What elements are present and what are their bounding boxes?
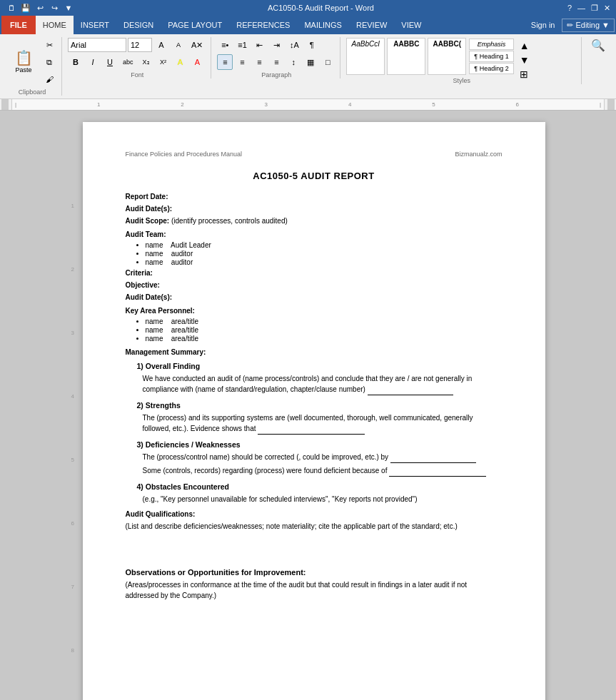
tab-design[interactable]: DESIGN [116, 16, 161, 34]
show-para-button[interactable]: ¶ [304, 37, 320, 53]
paragraph-group: ≡• ≡1 ⇤ ⇥ ↕A ¶ ≡ ≡ ≡ ≡ ↕ ▦ □ Paragraph [213, 37, 340, 78]
key-personnel-item-2: name area/title [146, 326, 503, 334]
increase-indent-button[interactable]: ⇥ [269, 37, 285, 53]
italic-button[interactable]: I [85, 54, 101, 70]
shading-button[interactable]: ▦ [303, 54, 318, 70]
report-date-label: Report Date: [126, 193, 168, 201]
close-button[interactable]: ✕ [604, 4, 610, 13]
criteria-field: Criteria: [126, 269, 503, 277]
font-label: Font [68, 70, 206, 78]
style-emphasis[interactable]: Emphasis [469, 39, 513, 50]
key-personnel-item-3: name area/title [146, 335, 503, 343]
subscript-button[interactable]: X₂ [138, 54, 154, 70]
superscript-button[interactable]: X² [156, 54, 171, 70]
clipboard-label: Clipboard [7, 87, 57, 96]
styles-row: AaBbCcI AABBC AABBC( Emphasis ¶ Heading … [346, 37, 532, 76]
key-personnel-list: name area/title name area/title name are… [146, 318, 503, 343]
clipboard-group: 📋 Paste ✂ ⧉ 🖌 Clipboard [3, 37, 62, 96]
line-spacing-button[interactable]: ↕ [286, 54, 301, 70]
highlight-button[interactable]: A [173, 54, 188, 70]
customize-icon[interactable]: ▼ [63, 2, 74, 14]
style-heading2[interactable]: AABBC( [428, 38, 466, 75]
style-h1[interactable]: ¶ Heading 1 [469, 51, 513, 62]
undo-icon[interactable]: ↩ [34, 2, 46, 14]
paste-label: Paste [15, 66, 31, 73]
border-button[interactable]: □ [320, 54, 335, 70]
audit-scope-value: (identify processes, controls audited) [171, 217, 288, 225]
management-summary-heading: Management Summary: [126, 348, 503, 356]
sign-in-button[interactable]: Sign in [524, 21, 562, 29]
audit-team-heading: Audit Team: [126, 230, 503, 238]
underline-button[interactable]: U [102, 54, 118, 70]
numbered-list-button[interactable]: ≡1 [234, 37, 251, 53]
cut-button[interactable]: ✂ [41, 37, 57, 53]
pencil-icon: ✏ [567, 21, 573, 30]
help-button[interactable]: ? [567, 4, 572, 12]
save-icon[interactable]: 💾 [20, 2, 31, 14]
tab-home[interactable]: HOME [36, 16, 74, 34]
grow-font-button[interactable]: A [153, 37, 169, 53]
objective-field: Objective: [126, 281, 503, 289]
shrink-font-button[interactable]: A [171, 37, 186, 53]
criteria-label: Criteria: [126, 269, 153, 277]
align-right-button[interactable]: ≡ [251, 54, 267, 70]
tab-page-layout[interactable]: PAGE LAYOUT [161, 16, 229, 34]
format-painter-button[interactable]: 🖌 [41, 71, 57, 87]
minimize-button[interactable]: — [577, 4, 585, 12]
ruler: | 1 2 3 4 5 6 | [0, 99, 616, 111]
font-name-input[interactable] [68, 38, 126, 52]
tab-mailings[interactable]: MAILINGS [297, 16, 349, 34]
clear-format-button[interactable]: A✕ [188, 37, 206, 53]
header-left: Finance Policies and Procedures Manual [126, 151, 243, 158]
justify-button[interactable]: ≡ [268, 54, 284, 70]
paste-icon: 📋 [15, 51, 33, 65]
align-left-button[interactable]: ≡ [217, 54, 233, 70]
tab-view[interactable]: VIEW [394, 16, 428, 34]
tab-insert[interactable]: INSERT [74, 16, 116, 34]
clipboard-row: 📋 Paste ✂ ⧉ 🖌 [7, 37, 57, 87]
font-size-input[interactable] [128, 38, 152, 52]
align-center-button[interactable]: ≡ [234, 54, 250, 70]
paragraph-row2: ≡ ≡ ≡ ≡ ↕ ▦ □ [217, 54, 335, 70]
file-menu-button[interactable]: FILE [1, 16, 36, 34]
copy-button[interactable]: ⧉ [41, 54, 57, 70]
paste-button[interactable]: 📋 Paste [7, 43, 40, 81]
title-bar: 🗒 💾 ↩ ↪ ▼ AC1050-5 Audit Report - Word ?… [0, 0, 616, 16]
observations-heading: Observations or Opportunities for Improv… [126, 568, 503, 577]
styles-scroll-down[interactable]: ▼ [518, 53, 531, 67]
audit-qualifications-heading: Audit Qualifications: [126, 510, 503, 518]
ruler-track: | 1 2 3 4 5 6 | [11, 99, 605, 110]
style-h2[interactable]: ¶ Heading 2 [469, 63, 513, 74]
ruler-left-margin [1, 99, 9, 110]
audit-qualifications-text: (List and describe deficiencies/weakness… [126, 521, 503, 532]
font-row1: A A A✕ [68, 37, 206, 53]
font-color-button[interactable]: A [190, 54, 206, 70]
audit-dates-field: Audit Date(s): [126, 205, 503, 213]
styles-label: Styles [346, 76, 577, 84]
audit-team-item-1: name Audit Leader [146, 241, 503, 249]
sort-button[interactable]: ↕A [286, 37, 303, 53]
strikethrough-button[interactable]: abc [119, 54, 137, 70]
report-date-field: Report Date: [126, 193, 503, 201]
key-personnel-heading: Key Area Personnel: [126, 307, 503, 315]
restore-button[interactable]: ❐ [591, 4, 598, 13]
deficiencies-text1: The (process/control name) should be cor… [143, 452, 503, 463]
document-title: AC1050-5 AUDIT REPORT [126, 171, 503, 181]
document-page[interactable]: Finance Policies and Procedures Manual B… [83, 122, 545, 700]
deficiencies-heading: 3) Deficiencies / Weaknesses [137, 440, 503, 449]
bullet-list-button[interactable]: ≡• [217, 37, 233, 53]
audit-team-item-2: name auditor [146, 250, 503, 258]
find-button[interactable]: 🔍 [587, 37, 609, 53]
editing-dropdown[interactable]: ▼ [602, 21, 610, 29]
menu-bar: FILE HOME INSERT DESIGN PAGE LAYOUT REFE… [0, 16, 616, 34]
redo-icon[interactable]: ↪ [49, 2, 60, 14]
document-area: 1 2 3 4 5 6 7 8 Finance Policies and Pro… [0, 111, 616, 700]
style-heading1[interactable]: AABBC [387, 38, 425, 75]
style-default[interactable]: AaBbCcI [346, 38, 385, 75]
tab-review[interactable]: REVIEW [349, 16, 394, 34]
styles-scroll-up[interactable]: ▲ [518, 39, 531, 53]
ribbon: 📋 Paste ✂ ⧉ 🖌 Clipboard A A A✕ [0, 34, 616, 99]
decrease-indent-button[interactable]: ⇤ [252, 37, 268, 53]
bold-button[interactable]: B [68, 54, 84, 70]
tab-references[interactable]: REFERENCES [229, 16, 297, 34]
